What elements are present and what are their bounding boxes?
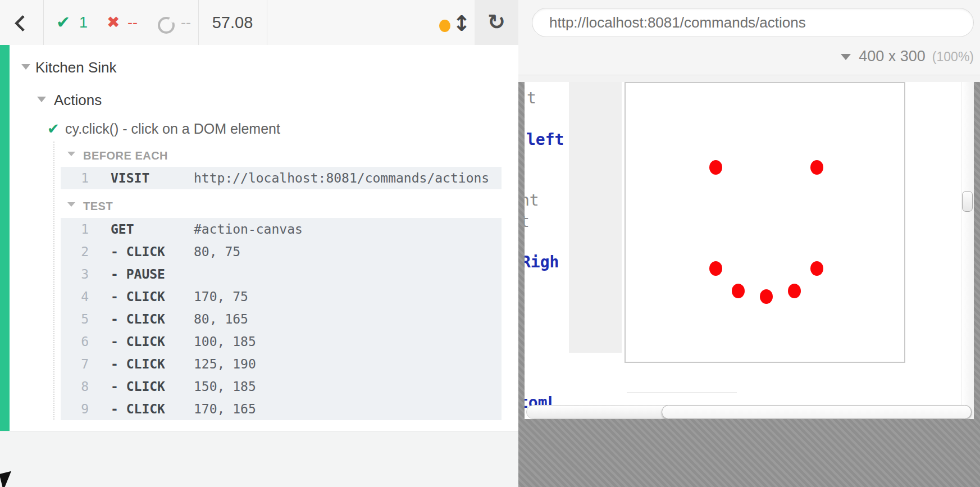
command-number: 9 — [61, 398, 89, 420]
click-dot — [709, 160, 722, 175]
command-row[interactable]: 3- PAUSE — [61, 263, 502, 285]
aut-iframe[interactable]: tlefthttRightomL — [525, 82, 974, 419]
spec-root-title[interactable]: Kitchen Sink — [35, 59, 117, 76]
code-fragment: left — [526, 130, 564, 149]
code-fragment: Righ — [525, 253, 559, 271]
passed-check-icon: ✔ — [56, 0, 70, 45]
command-method: - CLICK — [111, 308, 165, 330]
command-args: 150, 185 — [194, 375, 256, 398]
command-row[interactable]: 5- CLICK80, 165 — [61, 308, 502, 330]
command-number: 1 — [61, 167, 89, 189]
reporter-footer-area — [0, 431, 518, 487]
before-each-commands: 1VISIThttp://localhost:8081/commands/act… — [61, 167, 502, 189]
failed-x-icon: ✖ — [107, 0, 120, 45]
cypress-test-runner: ✔ 1 ✖ -- -- 57.08 ↕ ↻ http://localhost:8… — [0, 0, 980, 487]
command-row[interactable]: 9- CLICK170, 165 — [61, 398, 502, 420]
collapse-caret-icon[interactable] — [37, 97, 46, 102]
command-method: - CLICK — [111, 398, 165, 420]
chevron-down-icon — [841, 54, 851, 60]
command-args: 80, 75 — [194, 240, 240, 263]
command-number: 5 — [61, 308, 89, 330]
collapse-caret-icon[interactable] — [21, 64, 30, 70]
pending-circle-icon — [158, 17, 175, 34]
url-address-bar[interactable]: http://localhost:8081/commands/actions — [532, 8, 974, 37]
viewport-size-selector[interactable]: 400 x 300(100%) — [841, 47, 974, 65]
command-row[interactable]: 7- CLICK125, 190 — [61, 353, 502, 375]
code-fragment: t — [525, 212, 530, 231]
command-method: - CLICK — [111, 330, 165, 353]
command-number: 6 — [61, 330, 89, 353]
code-fragment: t — [527, 89, 536, 107]
command-method: - PAUSE — [111, 263, 165, 285]
command-method: VISIT — [111, 167, 149, 189]
command-number: 1 — [61, 218, 89, 240]
test-passed-check-icon: ✔ — [47, 120, 60, 137]
command-args: #action-canvas — [194, 218, 303, 240]
command-args: 170, 165 — [194, 398, 256, 420]
command-row[interactable]: 1GET#action-canvas — [61, 218, 502, 240]
click-dot — [788, 284, 801, 298]
command-args: 170, 75 — [194, 285, 248, 308]
collapse-caret-icon[interactable] — [67, 202, 75, 207]
command-args: 125, 190 — [194, 353, 256, 375]
click-dot — [732, 284, 745, 298]
test-duration: 57.08 — [198, 0, 267, 45]
command-log: Kitchen Sink Actions ✔ cy.click() - clic… — [0, 45, 518, 431]
suite-title[interactable]: Actions — [54, 92, 102, 109]
horizontal-scrollbar-thumb[interactable] — [662, 405, 972, 419]
pending-count: -- — [181, 0, 191, 45]
command-method: - CLICK — [111, 353, 165, 375]
hook-label-test[interactable]: TEST — [83, 200, 113, 213]
command-method: - CLICK — [111, 240, 165, 263]
aut-top-margin — [518, 75, 980, 82]
failed-count: -- — [127, 0, 138, 45]
command-number: 8 — [61, 375, 89, 398]
updown-arrow-icon[interactable]: ↕ — [453, 11, 471, 36]
command-row[interactable]: 1VISIThttp://localhost:8081/commands/act… — [61, 167, 502, 189]
viewport-scale: (100%) — [932, 49, 974, 64]
test-body-guide-line — [53, 142, 54, 420]
click-dot — [810, 261, 823, 276]
command-row[interactable]: 6- CLICK100, 185 — [61, 330, 502, 353]
section-divider — [627, 392, 737, 393]
test-title[interactable]: cy.click() - click on a DOM element — [65, 121, 280, 137]
viewport-size: 400 x 300 — [859, 48, 926, 65]
command-number: 2 — [61, 240, 89, 263]
click-dot — [709, 261, 722, 276]
command-row[interactable]: 8- CLICK150, 185 — [61, 375, 502, 398]
hook-label-before-each[interactable]: BEFORE EACH — [83, 149, 168, 162]
vertical-scrollbar-track[interactable] — [961, 82, 974, 419]
command-args: 80, 165 — [194, 308, 248, 330]
divider — [267, 0, 267, 45]
command-args: http://localhost:8081/commands/actions — [194, 167, 489, 189]
action-canvas[interactable] — [625, 82, 905, 363]
command-row[interactable]: 2- CLICK80, 75 — [61, 240, 502, 263]
test-commands: 1GET#action-canvas2- CLICK80, 753- PAUSE… — [61, 218, 502, 420]
command-number: 3 — [61, 263, 89, 285]
command-number: 7 — [61, 353, 89, 375]
click-dot — [810, 160, 823, 175]
divider — [43, 0, 44, 45]
code-fragment: ht — [525, 191, 539, 210]
passed-count: 1 — [79, 0, 88, 45]
click-dot — [760, 289, 773, 304]
snapshot-dot-indicator — [439, 20, 450, 32]
command-args: 100, 185 — [194, 330, 256, 353]
command-number: 4 — [61, 285, 89, 308]
back-chevron-icon[interactable] — [15, 15, 31, 32]
refresh-icon: ↻ — [487, 10, 505, 34]
command-row[interactable]: 4- CLICK170, 75 — [61, 285, 502, 308]
vertical-scrollbar-thumb[interactable] — [962, 191, 973, 212]
reporter-header: ✔ 1 ✖ -- -- 57.08 ↕ — [0, 0, 475, 45]
code-block-background — [569, 82, 622, 353]
command-method: GET — [111, 218, 134, 240]
command-method: - CLICK — [111, 285, 165, 308]
refresh-button[interactable]: ↻ — [475, 0, 518, 45]
command-method: - CLICK — [111, 375, 165, 398]
collapse-caret-icon[interactable] — [67, 152, 75, 156]
pass-indicator-strip — [0, 45, 10, 431]
